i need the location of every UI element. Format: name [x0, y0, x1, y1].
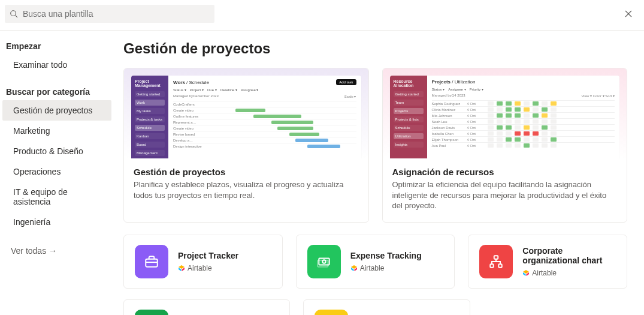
template-card-expense-tracking[interactable]: Expense Tracking Airtable [296, 235, 455, 289]
sidebar-item-browse-all[interactable]: Examinar todo [2, 55, 111, 75]
sidebar-item-operations[interactable]: Operaciones [2, 161, 111, 182]
featured-desc: Optimizar la eficiencia del equipo facil… [392, 179, 618, 211]
airtable-icon [522, 269, 530, 277]
search-icon [10, 10, 18, 18]
featured-card-resource-allocation[interactable]: Resource Allocation Getting started Team… [382, 68, 628, 223]
template-card-project-tracker[interactable]: Project Tracker Airtable [123, 235, 283, 289]
template-card-bug-tracker[interactable]: Bug Tracker Airtable [303, 299, 470, 315]
truck-icon [135, 310, 168, 315]
featured-preview: Resource Allocation Getting started Team… [383, 68, 627, 158]
airtable-icon [178, 265, 185, 272]
main-content: Gestión de proyectos Project Management … [114, 31, 644, 315]
featured-title: Gestión de proyectos [134, 167, 359, 177]
featured-desc: Planifica y establece plazos, visualiza … [134, 179, 359, 200]
bug-icon [315, 310, 348, 315]
briefcase-icon [135, 245, 168, 278]
org-chart-icon [479, 245, 513, 278]
sidebar-item-project-management[interactable]: Gestión de proyectos [2, 100, 111, 121]
close-icon [624, 10, 633, 18]
svg-point-0 [11, 11, 16, 16]
sidebar-item-it-support[interactable]: IT & equipo de asistencia [2, 182, 111, 212]
template-source: Airtable [522, 269, 616, 277]
template-title: Project Tracker [178, 251, 238, 260]
sidebar-item-marketing[interactable]: Marketing [2, 121, 111, 141]
money-icon [307, 245, 341, 278]
featured-preview: Project Management Getting started Work … [124, 68, 368, 158]
svg-line-1 [16, 16, 18, 18]
sidebar-item-engineering[interactable]: Ingeniería [2, 212, 111, 232]
search-input[interactable] [23, 9, 210, 19]
page-title: Gestión de proyectos [123, 40, 627, 57]
template-title: Corporate organizational chart [522, 246, 616, 265]
sidebar: Empezar Examinar todo Buscar por categor… [0, 31, 114, 315]
template-title: Expense Tracking [350, 251, 422, 260]
sidebar-see-all[interactable]: Ver todas → [0, 241, 114, 261]
featured-title: Asignación de recursos [392, 167, 618, 177]
close-button[interactable] [620, 5, 637, 22]
search-bar[interactable] [5, 5, 214, 23]
template-card-org-chart[interactable]: Corporate organizational chart Airtable [468, 235, 627, 289]
template-source: Airtable [178, 264, 238, 272]
svg-rect-17 [499, 264, 502, 267]
airtable-icon [350, 265, 358, 272]
sidebar-heading-start: Empezar [0, 38, 114, 55]
svg-rect-15 [494, 256, 498, 259]
featured-card-project-management[interactable]: Project Management Getting started Work … [123, 68, 369, 223]
template-source: Airtable [350, 264, 422, 272]
svg-rect-16 [491, 264, 494, 267]
sidebar-item-product-design[interactable]: Producto & Diseño [2, 141, 111, 161]
sidebar-heading-category: Buscar por categoría [0, 83, 114, 100]
svg-rect-4 [146, 259, 158, 266]
template-card-vendor-management[interactable]: Vendor Management Airtable [123, 299, 290, 315]
